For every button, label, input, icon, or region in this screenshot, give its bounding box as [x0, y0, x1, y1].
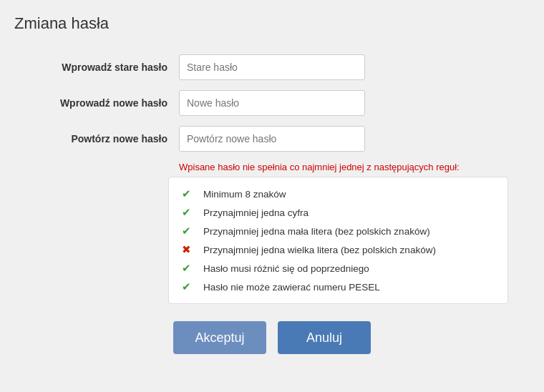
old-password-label: Wprowadź stare hasło	[14, 62, 179, 73]
accept-button[interactable]: Akceptuj	[173, 321, 266, 354]
rule-text: Przynajmniej jedna cyfra	[203, 207, 309, 218]
change-password-container: Zmiana hasła Wprowadź stare hasło Wprowa…	[14, 14, 530, 354]
checkmark-icon: ✔	[182, 262, 196, 275]
repeat-password-input[interactable]	[179, 126, 365, 152]
rule-text: Hasło nie może zawierać numeru PESEL	[203, 282, 380, 293]
new-password-label: Wprowadź nowe hasło	[14, 97, 179, 109]
rule-item: ✔Minimum 8 znaków	[182, 187, 495, 200]
rule-text: Przynajmniej jedna wielka litera (bez po…	[203, 245, 436, 255]
old-password-input[interactable]	[179, 54, 365, 80]
repeat-password-label: Powtórz nowe hasło	[14, 133, 179, 144]
checkmark-icon: ✔	[182, 187, 196, 200]
checkmark-icon: ✔	[182, 280, 196, 293]
repeat-password-row: Powtórz nowe hasło	[14, 126, 530, 152]
rule-text: Minimum 8 znaków	[203, 189, 286, 200]
old-password-row: Wprowadź stare hasło	[14, 54, 530, 80]
new-password-input[interactable]	[179, 90, 365, 116]
buttons-row: Akceptuj Anuluj	[14, 321, 530, 354]
rule-item: ✔Przynajmniej jedna cyfra	[182, 206, 495, 219]
rule-item: ✔Hasło nie może zawierać numeru PESEL	[182, 280, 495, 293]
rule-item: ✔Przynajmniej jedna mała litera (bez pol…	[182, 225, 495, 237]
rule-item: ✖Przynajmniej jedna wielka litera (bez p…	[182, 243, 495, 256]
checkmark-icon: ✔	[182, 225, 196, 237]
form-section: Wprowadź stare hasło Wprowadź nowe hasło…	[14, 54, 530, 152]
cancel-button[interactable]: Anuluj	[278, 321, 371, 354]
validation-rules-box: ✔Minimum 8 znaków✔Przynajmniej jedna cyf…	[168, 177, 508, 304]
rule-text: Hasło musi różnić się od poprzedniego	[203, 263, 369, 274]
new-password-row: Wprowadź nowe hasło	[14, 90, 530, 116]
rule-text: Przynajmniej jedna mała litera (bez pols…	[203, 226, 430, 237]
validation-error-message: Wpisane hasło nie spełnia co najmniej je…	[179, 162, 530, 172]
rule-item: ✔Hasło musi różnić się od poprzedniego	[182, 262, 495, 275]
checkmark-icon: ✔	[182, 206, 196, 219]
page-title: Zmiana hasła	[14, 14, 530, 33]
cross-icon: ✖	[182, 243, 196, 256]
